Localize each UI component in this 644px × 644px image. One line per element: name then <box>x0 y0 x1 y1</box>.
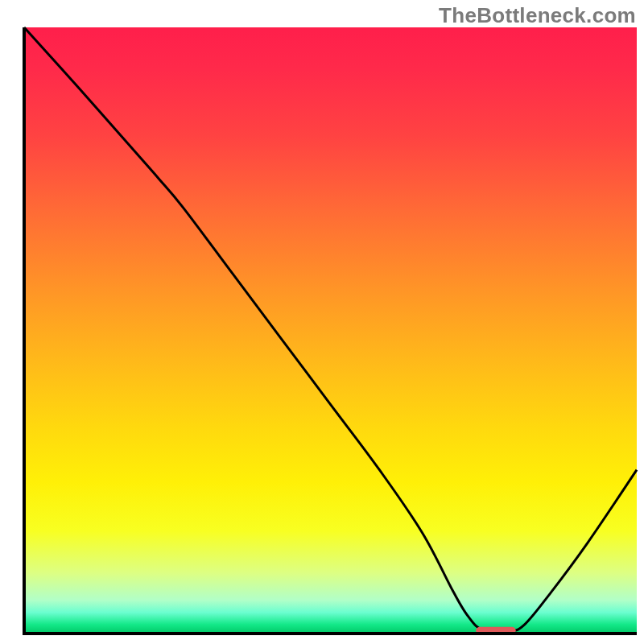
watermark-label: TheBottleneck.com <box>439 3 636 28</box>
chart-svg <box>0 0 644 644</box>
plot-background <box>24 27 637 634</box>
bottleneck-chart: TheBottleneck.com <box>0 0 644 644</box>
